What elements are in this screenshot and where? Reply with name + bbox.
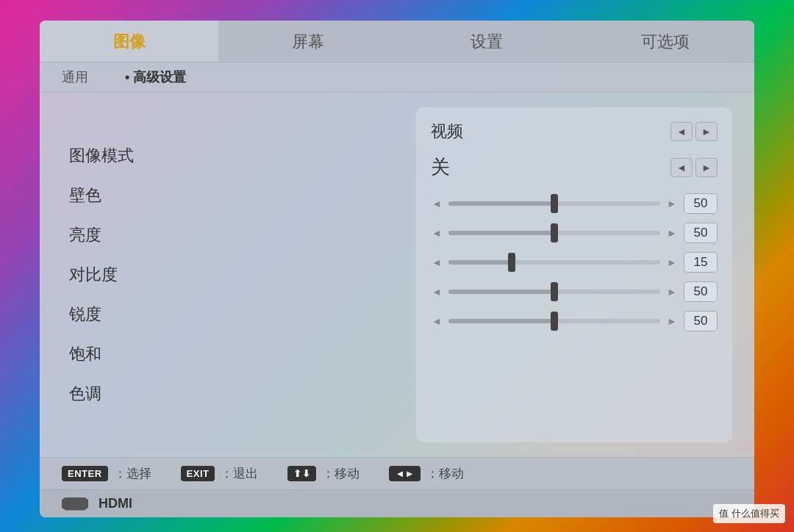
slider-contrast-value: 50 [684,223,718,243]
bottom-bar: ENTER ：选择 EXIT ：退出 ⬆⬇ ：移动 ◄► ：移动 [40,457,754,489]
slider-sharpness-track[interactable] [448,260,660,265]
slider-saturation-left[interactable]: ◄ [431,286,443,298]
sliders-panel: 视频 ◄ ► 关 ◄ ► ◄ ► [416,107,732,442]
setting-brightness[interactable]: 亮度 [62,218,401,252]
subtab-general[interactable]: 通用 [62,68,88,86]
slider-brightness: ◄ ► 50 [431,193,718,214]
hint-leftright: ◄► ：移动 [389,465,464,482]
slider-hue-fill [448,319,554,323]
slider-contrast-thumb[interactable] [551,223,558,242]
slider-hue-value: 50 [684,311,718,331]
setting-contrast[interactable]: 对比度 [62,258,401,292]
slider-sharpness-right[interactable]: ► [666,256,678,268]
osd-menu: 图像 屏幕 设置 可选项 通用 高级设置 图像模式 壁色 亮度 对比度 锐度 饱… [40,21,754,517]
slider-contrast-right[interactable]: ► [666,227,678,239]
slider-hue-left[interactable]: ◄ [431,315,443,327]
enter-hint-text: ：选择 [114,465,151,482]
mode-label: 视频 [431,121,463,143]
slider-saturation-thumb[interactable] [551,282,558,301]
setting-saturation[interactable]: 饱和 [62,337,401,371]
slider-sharpness-value: 15 [684,252,718,273]
slider-sharpness: ◄ ► 15 [431,252,718,273]
slider-saturation: ◄ ► 50 [431,281,718,302]
leftright-badge: ◄► [389,466,421,481]
sub-tabs: 通用 高级设置 [40,62,754,93]
updown-hint-text: ：移动 [322,465,360,482]
hdmi-icon [62,497,88,511]
tab-options[interactable]: 可选项 [576,21,754,62]
slider-hue-right[interactable]: ► [666,315,678,327]
updown-badge: ⬆⬇ [287,466,316,481]
slider-hue-thumb[interactable] [551,312,558,331]
slider-sharpness-thumb[interactable] [508,253,515,272]
hint-enter: ENTER ：选择 [62,465,151,482]
nav-tabs: 图像 屏幕 设置 可选项 [40,21,754,62]
wall-label: 关 [431,154,450,180]
slider-brightness-value: 50 [684,193,718,214]
slider-contrast-fill [448,231,554,235]
hint-exit: EXIT ：退出 [181,465,259,482]
wall-arrows: ◄ ► [670,158,718,177]
tab-settings[interactable]: 设置 [397,21,576,62]
source-bar: HDMI [40,489,754,517]
mode-right-arrow[interactable]: ► [695,122,718,141]
setting-hue[interactable]: 色调 [62,377,401,411]
source-label: HDMI [99,496,132,511]
watermark: 值 什么值得买 [713,504,785,523]
leftright-hint-text: ：移动 [426,465,464,482]
setting-sharpness[interactable]: 锐度 [62,298,401,331]
enter-badge: ENTER [62,466,108,481]
slider-sharpness-left[interactable]: ◄ [431,256,443,268]
slider-brightness-thumb[interactable] [551,194,558,213]
slider-brightness-left[interactable]: ◄ [431,198,443,209]
settings-list: 图像模式 壁色 亮度 对比度 锐度 饱和 色调 [62,107,401,442]
slider-hue: ◄ ► 50 [431,311,718,331]
tab-image[interactable]: 图像 [40,21,218,62]
exit-hint-text: ：退出 [221,465,258,482]
wall-left-arrow[interactable]: ◄ [670,158,693,177]
exit-badge: EXIT [181,466,215,481]
tab-screen[interactable]: 屏幕 [218,21,397,62]
wall-right-arrow[interactable]: ► [695,158,718,177]
slider-contrast-track[interactable] [448,231,660,235]
slider-sharpness-fill [448,260,512,265]
slider-brightness-track[interactable] [448,201,660,206]
slider-brightness-fill [448,201,554,206]
slider-brightness-right[interactable]: ► [666,198,678,209]
slider-saturation-right[interactable]: ► [666,286,678,298]
wall-row: 关 ◄ ► [431,154,718,180]
hint-updown: ⬆⬇ ：移动 [287,465,360,482]
slider-contrast: ◄ ► 50 [431,223,718,243]
slider-saturation-fill [448,290,554,294]
subtab-advanced[interactable]: 高级设置 [125,68,186,86]
setting-image-mode[interactable]: 图像模式 [62,139,401,173]
mode-row: 视频 ◄ ► [431,121,718,143]
mode-left-arrow[interactable]: ◄ [670,122,693,141]
slider-contrast-left[interactable]: ◄ [431,227,443,239]
slider-saturation-value: 50 [684,281,718,302]
content-area: 图像模式 壁色 亮度 对比度 锐度 饱和 色调 视频 ◄ ► 关 ◄ [40,93,754,457]
slider-saturation-track[interactable] [448,290,660,294]
mode-arrows: ◄ ► [670,122,718,141]
setting-wall-color[interactable]: 壁色 [62,179,401,212]
slider-hue-track[interactable] [448,319,660,323]
